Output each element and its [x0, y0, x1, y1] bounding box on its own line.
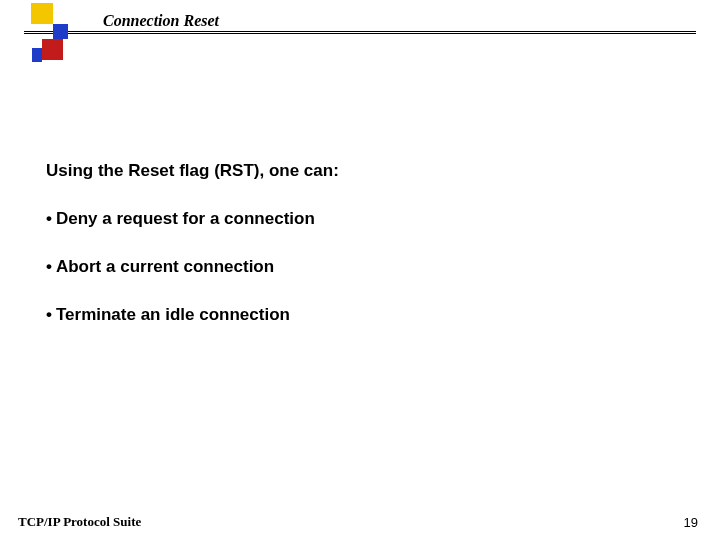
bullet-icon: •: [46, 305, 52, 324]
list-item-label: Abort a current connection: [56, 257, 274, 276]
intro-text: Using the Reset flag (RST), one can:: [46, 160, 666, 182]
page-title: Connection Reset: [103, 12, 219, 30]
slide: Connection Reset Using the Reset flag (R…: [0, 0, 720, 540]
square-red-icon: [42, 39, 63, 60]
bullet-icon: •: [46, 257, 52, 276]
page-number: 19: [684, 515, 698, 530]
list-item: •Abort a current connection: [46, 256, 666, 278]
list-item: •Terminate an idle connection: [46, 304, 666, 326]
bullet-icon: •: [46, 209, 52, 228]
title-divider-rule: [24, 31, 696, 34]
list-item-label: Deny a request for a connection: [56, 209, 315, 228]
square-blue-top-icon: [53, 24, 68, 39]
square-blue-left-icon: [32, 48, 42, 62]
body-content: Using the Reset flag (RST), one can: •De…: [46, 160, 666, 352]
list-item: •Deny a request for a connection: [46, 208, 666, 230]
list-item-label: Terminate an idle connection: [56, 305, 290, 324]
square-yellow-icon: [31, 3, 53, 24]
corner-decoration: [24, 0, 84, 80]
footer-text: TCP/IP Protocol Suite: [18, 514, 141, 530]
bullet-list: •Deny a request for a connection •Abort …: [46, 208, 666, 326]
